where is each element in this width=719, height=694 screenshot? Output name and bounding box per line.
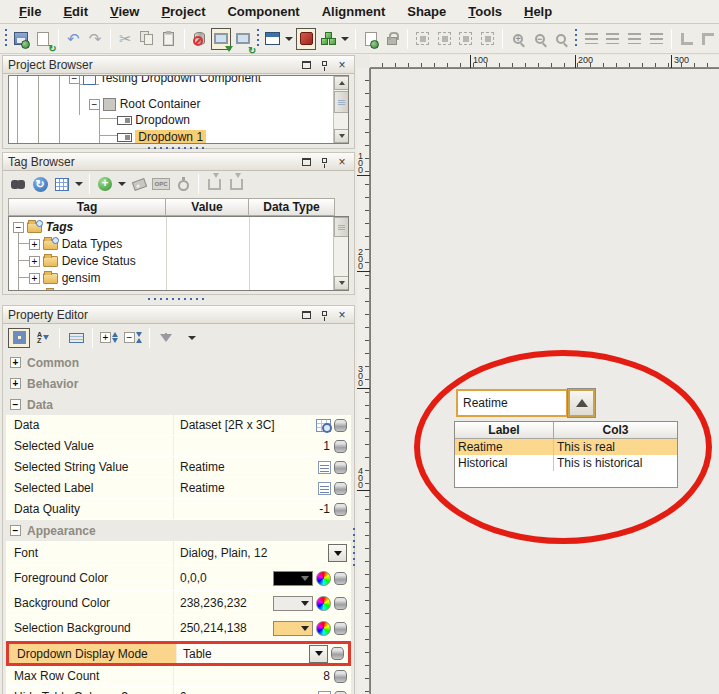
filter-button[interactable] (155, 328, 177, 348)
property-row-font[interactable]: Font Dialog, Plain, 12 (6, 541, 351, 566)
tag-search-button[interactable] (8, 174, 28, 194)
color-swatch-button[interactable] (273, 571, 313, 586)
expand-box[interactable]: + (10, 357, 21, 368)
add-tag-button[interactable]: + (95, 174, 115, 194)
collapse-all-button[interactable]: − (122, 328, 144, 348)
color-wheel-button[interactable] (316, 596, 331, 611)
align-left-button[interactable] (582, 28, 602, 50)
scroll-down-button[interactable] (334, 129, 349, 143)
property-row-hide-table-columns[interactable]: Hide Table Columns? 0 (6, 687, 351, 694)
display-mode-dropdown-button[interactable] (309, 645, 328, 663)
zoom-in-button[interactable]: + (508, 28, 528, 50)
binding-button[interactable] (334, 691, 347, 694)
stop-panel-button[interactable] (296, 28, 316, 50)
add-tag-caret[interactable] (118, 182, 126, 186)
menu-component[interactable]: Component (218, 2, 308, 21)
tree-item-gensim[interactable]: + gensim (29, 270, 100, 286)
shape-exclude-button[interactable] (478, 28, 498, 50)
export-tags-button[interactable] (226, 174, 246, 194)
binding-button[interactable] (334, 482, 347, 495)
update-project-button[interactable]: ↻ (33, 28, 53, 50)
launch-client-button[interactable] (211, 28, 231, 50)
tree-item-dropdown-1[interactable]: Dropdown 1 (117, 129, 206, 144)
pin-button[interactable] (317, 155, 331, 168)
project-tree-scrollbar[interactable] (333, 76, 348, 143)
collapse-box[interactable]: − (10, 525, 21, 536)
tag-columns-caret[interactable] (75, 182, 83, 186)
shape-subtract-button[interactable] (435, 28, 455, 50)
binding-button[interactable] (334, 440, 347, 453)
sort-az-button[interactable]: AZ (32, 328, 54, 348)
expand-all-button[interactable]: + (98, 328, 120, 348)
collapse-box[interactable]: − (89, 99, 100, 110)
save-button[interactable] (11, 28, 31, 50)
binding-button[interactable] (334, 461, 347, 474)
property-row-data[interactable]: Data Dataset [2R x 3C] (6, 415, 351, 436)
menu-project[interactable]: Project (152, 2, 214, 21)
scroll-up-button[interactable] (334, 76, 349, 90)
expand-box[interactable]: + (29, 273, 40, 284)
property-row-background-color[interactable]: Background Color 238,236,232 (6, 591, 351, 616)
close-button[interactable]: × (335, 155, 349, 168)
property-row-data-quality[interactable]: Data Quality -1 (6, 499, 351, 520)
paste-button[interactable] (159, 28, 179, 50)
property-row-selected-label[interactable]: Selected Label Reatime (6, 478, 351, 499)
menu-alignment[interactable]: Alignment (313, 2, 395, 21)
binding-button[interactable] (334, 503, 347, 516)
opc-browse-button[interactable]: OPC (151, 174, 171, 194)
lock-button[interactable] (382, 28, 402, 50)
edit-tag-button[interactable] (129, 174, 149, 194)
tag-tree-scrollbar[interactable] (333, 217, 348, 290)
sync-client-button[interactable]: ↻ (233, 28, 253, 50)
expand-box[interactable]: + (10, 378, 21, 389)
float-button[interactable] (299, 155, 313, 168)
column-header-datatype[interactable]: Data Type (249, 198, 335, 216)
pin-button[interactable] (317, 58, 331, 71)
cut-button[interactable]: ✂ (116, 28, 136, 50)
tree-item-root-container[interactable]: − Root Container (89, 96, 200, 112)
tree-item-testing-dropdown-component[interactable]: − Testing Dropdown Component (69, 75, 261, 86)
menu-help[interactable]: Help (515, 2, 561, 21)
pin-button[interactable] (317, 308, 331, 321)
undo-button[interactable]: ↶ (64, 28, 84, 50)
dock-splitter-handle[interactable] (352, 528, 356, 568)
category-appearance[interactable]: −Appearance (6, 520, 351, 541)
scroll-down-button[interactable] (334, 276, 349, 290)
components-dropdown-caret[interactable] (341, 37, 349, 41)
components-button[interactable] (318, 28, 338, 50)
float-button[interactable] (299, 308, 313, 321)
binding-button[interactable] (334, 572, 347, 585)
binding-button[interactable] (334, 670, 347, 683)
binding-button[interactable] (334, 622, 347, 635)
close-button[interactable]: × (335, 58, 349, 71)
color-wheel-button[interactable] (316, 621, 331, 636)
align-bottom-button[interactable] (646, 28, 666, 50)
settings-button[interactable] (361, 28, 381, 50)
shape-union-button[interactable] (413, 28, 433, 50)
tree-item-dropdown[interactable]: Dropdown (117, 112, 190, 128)
category-common[interactable]: +Common (6, 352, 351, 373)
text-editor-button[interactable] (318, 691, 331, 694)
scan-class-button[interactable] (173, 174, 193, 194)
tag-columns-button[interactable] (52, 174, 72, 194)
menu-view[interactable]: View (101, 2, 148, 21)
float-button[interactable] (299, 58, 313, 71)
property-row-max-row-count[interactable]: Max Row Count 8 (6, 666, 351, 687)
toolbar-grip[interactable] (4, 29, 8, 49)
expand-box[interactable]: + (29, 239, 40, 250)
new-window-button[interactable] (263, 28, 283, 50)
window-dropdown-caret[interactable] (285, 37, 293, 41)
font-dropdown-button[interactable] (328, 544, 347, 562)
splitter-handle[interactable] (148, 297, 208, 301)
tree-item-device-status[interactable]: + Device Status (29, 253, 136, 269)
collapse-box[interactable]: − (69, 75, 80, 84)
menu-file[interactable]: File (10, 2, 50, 21)
binding-button[interactable] (331, 647, 344, 660)
text-editor-button[interactable] (318, 461, 331, 474)
menu-tools[interactable]: Tools (459, 2, 511, 21)
text-editor-button[interactable] (318, 482, 331, 495)
scroll-thumb[interactable] (334, 91, 349, 113)
property-row-selection-background[interactable]: Selection Background 250,214,138 (6, 616, 351, 641)
import-tags-button[interactable] (204, 174, 224, 194)
color-swatch-button[interactable] (273, 596, 313, 611)
